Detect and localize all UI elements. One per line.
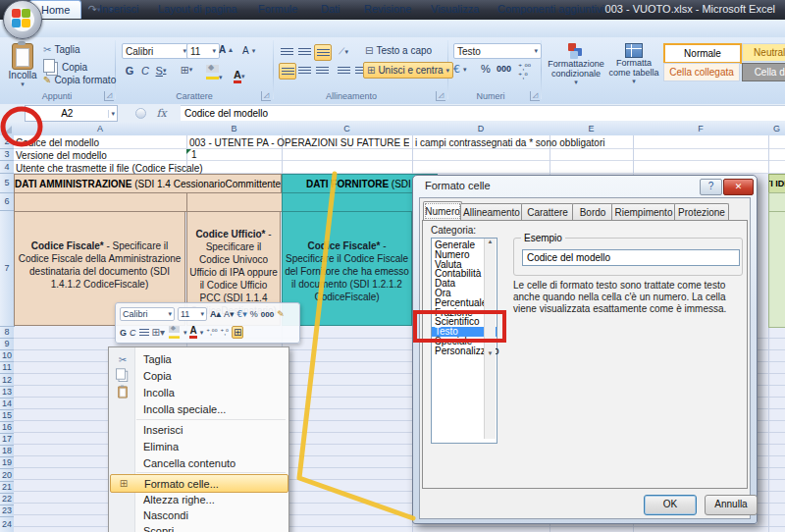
mini-grow-font-button[interactable]: A▴ [210, 309, 221, 319]
row-header[interactable]: 10 [0, 350, 15, 362]
mini-shrink-font-button[interactable]: A▾ [224, 309, 235, 319]
cell-G7[interactable] [768, 211, 785, 328]
row-header[interactable]: 2 [0, 135, 15, 149]
row-header[interactable]: 15 [0, 410, 15, 422]
dialog-tab-protezione[interactable]: Protezione [674, 203, 729, 221]
menu-item-incolla-speciale[interactable]: Incolla speciale... [110, 401, 287, 417]
cell-G5-header[interactable]: TI IDE [768, 174, 785, 193]
menu-item-formato-celle[interactable]: ⊞Formato celle... [110, 474, 288, 493]
column-header-F[interactable]: F [633, 122, 769, 136]
mini-bold-button[interactable]: G [120, 328, 127, 338]
mini-center-button[interactable] [139, 329, 149, 336]
number-format-select[interactable]: Testo▾ [453, 43, 542, 59]
format-as-table-button[interactable]: Formatta come tabella ▾ [608, 43, 659, 85]
mini-currency-button[interactable]: €▾ [237, 309, 247, 319]
tab-formule[interactable]: Formule [247, 1, 308, 18]
mini-percent-button[interactable]: % [250, 309, 258, 319]
dialog-close-button[interactable]: ✕ [723, 179, 754, 195]
row-header[interactable]: 21 [0, 482, 15, 494]
formula-bar-value[interactable]: Codice del modello [181, 105, 785, 121]
percent-style-button[interactable]: % [481, 63, 491, 75]
cell-A5-dati-amministrazione[interactable]: DATI AMMINISTRAZIONE (SDI 1.4 Cessionari… [14, 174, 282, 193]
column-header-G[interactable]: G [768, 122, 785, 136]
dialog-tab-numero[interactable]: Numero [423, 201, 462, 221]
font-dialog-launcher[interactable]: ◿ [261, 91, 271, 101]
font-name-select[interactable]: Calibri▾ [122, 43, 190, 59]
row-header[interactable]: 13 [0, 387, 15, 399]
row-header[interactable]: 5 [0, 174, 15, 193]
menu-item-altezza-righe[interactable]: Altezza righe... [110, 492, 287, 507]
mini-comma-button[interactable]: 000 [261, 310, 274, 319]
row-header[interactable]: 19 [0, 457, 15, 469]
row-header[interactable]: 20 [0, 469, 15, 482]
cell-G6[interactable] [768, 192, 785, 212]
align-bottom-button[interactable] [314, 44, 332, 61]
align-right-button[interactable] [314, 63, 330, 78]
align-middle-button[interactable] [296, 44, 312, 59]
increase-decimal-button[interactable]: ⁺,⁰⁰ [518, 63, 531, 72]
tab-revisione[interactable]: Revisione [353, 1, 422, 18]
column-header-E[interactable]: E [550, 122, 634, 136]
cell-style-cella-da[interactable]: Cella da [742, 63, 785, 81]
mini-font-name-select[interactable]: Calibri▾ [120, 307, 175, 321]
mini-merge-center-button[interactable]: ⊞ [232, 326, 243, 339]
menu-item-cancella-contenuto[interactable]: Cancella contenuto [110, 455, 287, 471]
cell-B2[interactable]: 003 - UTENTE PA - OPERAZIONI SU FATTURE … [189, 137, 409, 148]
tab-dati[interactable]: Dati [310, 1, 351, 18]
row-header[interactable]: 14 [0, 399, 15, 410]
shrink-font-button[interactable]: A▾ [242, 45, 255, 56]
row-header[interactable]: 4 [0, 161, 15, 174]
row-header[interactable]: 11 [0, 362, 15, 374]
wrap-text-button[interactable]: ⊟Testo a capo [365, 45, 432, 56]
cell-A3[interactable]: Versione del modello [16, 150, 183, 161]
menu-item-elimina[interactable]: Elimina [110, 439, 287, 454]
column-header-A[interactable]: A [14, 122, 187, 136]
conditional-formatting-button[interactable]: Formattazione condizionale ▾ [548, 43, 604, 86]
row-header[interactable]: 8 [0, 327, 15, 339]
cell-C7-codice-fiscale-fornitore[interactable]: Codice Fiscale* - Specificare il Codice … [282, 211, 412, 326]
cell-A2[interactable]: Codice del modello [16, 137, 183, 148]
mini-increase-decimal-button[interactable]: ⁺,⁰⁰ [206, 329, 217, 337]
menu-item-nascondi[interactable]: Nascondi [110, 507, 287, 523]
name-box[interactable]: A2▾ [25, 105, 118, 122]
row-header[interactable]: 18 [0, 446, 15, 457]
cut-button[interactable]: ✂Taglia [43, 44, 80, 55]
align-center-button[interactable] [296, 63, 312, 78]
column-header-D[interactable]: D [412, 122, 550, 136]
row-header[interactable]: 12 [0, 374, 15, 387]
mini-font-color-button[interactable]: A [189, 326, 196, 339]
menu-item-incolla[interactable]: Incolla [110, 385, 287, 400]
ok-button[interactable]: OK [644, 495, 697, 515]
dialog-help-button[interactable]: ? [700, 179, 722, 195]
accounting-format-button[interactable]: €▾ [453, 63, 467, 76]
orientation-button[interactable]: ⟋▾ [336, 44, 351, 59]
cell-B6[interactable] [186, 192, 283, 212]
cancel-button[interactable]: Annulla [705, 495, 758, 515]
alignment-dialog-launcher[interactable]: ◿ [436, 91, 445, 101]
cell-A4[interactable]: Utente che trasmette il file (Codice Fis… [16, 163, 271, 174]
grow-font-button[interactable]: A▴ [219, 44, 233, 55]
column-header-C[interactable]: C [282, 122, 413, 136]
menu-item-scopri[interactable]: Scopri [110, 523, 287, 532]
select-all-button[interactable] [0, 122, 15, 136]
row-header[interactable]: 22 [0, 494, 15, 505]
cell-style-neutrale[interactable]: Neutrale [742, 43, 785, 62]
font-color-button[interactable]: A▾ [234, 65, 244, 82]
row-header[interactable]: 6 [0, 193, 15, 211]
menu-item-copia[interactable]: Copia [110, 368, 287, 384]
row-header[interactable]: 23 [0, 505, 15, 517]
decrease-decimal-button[interactable]: ⁺,⁰ [518, 72, 528, 80]
merge-center-button[interactable]: ⊞Unisci e centra▾ [363, 62, 453, 79]
row-header[interactable]: 9 [0, 339, 15, 350]
bold-button[interactable]: G [122, 63, 137, 78]
insert-function-button[interactable]: fx [126, 106, 177, 120]
number-dialog-launcher[interactable]: ◿ [530, 91, 540, 101]
dialog-tab-carattere[interactable]: Carattere [521, 203, 574, 221]
mini-font-size-select[interactable]: 11▾ [178, 307, 207, 321]
mini-fill-color-button[interactable] [169, 326, 180, 339]
align-left-button[interactable] [279, 63, 296, 80]
tab-visualizza[interactable]: Visualizza [420, 1, 490, 18]
dialog-tab-riempimento[interactable]: Riempimento [611, 203, 676, 221]
tab-layout[interactable]: Layout di pagina [147, 1, 248, 18]
name-box-dropdown-icon[interactable]: ▾ [108, 110, 117, 118]
